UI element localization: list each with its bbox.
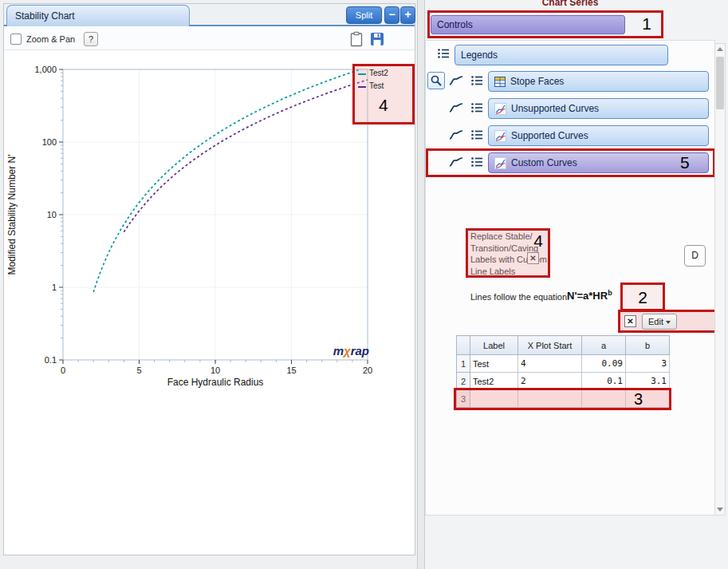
scroll-down-icon[interactable]	[717, 508, 723, 512]
chart-series-panel: Chart Series Controls 1 Legends	[425, 0, 728, 569]
svg-text:Modified Stability Number N': Modified Stability Number N'	[6, 154, 18, 275]
svg-text:20: 20	[363, 366, 372, 375]
column-header-rownum	[457, 336, 470, 355]
annotation-box-4-chart: Test2 Test 4	[352, 64, 415, 124]
save-button[interactable]	[368, 30, 387, 49]
mxrap-window: Stability Chart Split − + Zoom & Pan ?	[0, 0, 728, 569]
copy-to-clipboard-button[interactable]	[347, 30, 366, 49]
cell-a[interactable]: 0.09	[582, 355, 626, 373]
legends-list-button[interactable]	[435, 45, 452, 62]
svg-text:5: 5	[136, 366, 141, 375]
panel-title: Chart Series	[425, 0, 715, 8]
annotation-number-2: 2	[638, 289, 647, 306]
annotation-box-2-controls: ✕ Edit	[618, 310, 718, 333]
svg-text:1,000: 1,000	[34, 65, 57, 74]
search-icon	[431, 75, 443, 87]
minimize-button[interactable]: −	[384, 6, 399, 24]
annotation-number-4-panel: 4	[533, 232, 543, 249]
d-button[interactable]: D	[684, 245, 706, 267]
svg-text:1: 1	[52, 283, 57, 292]
column-header-label: Label	[470, 336, 518, 355]
annotation-number-5: 5	[680, 154, 690, 171]
legend-marker-test2	[358, 73, 366, 75]
tab-stability-chart[interactable]: Stability Chart	[6, 5, 190, 26]
series-label: Legends	[461, 49, 498, 61]
annotation-number-3: 3	[634, 391, 643, 407]
row-number: 1	[457, 355, 470, 373]
custom-lines-checkbox[interactable]: ✕	[624, 315, 636, 327]
supported-list-button[interactable]	[468, 126, 486, 144]
svg-text:15: 15	[286, 366, 296, 375]
help-button[interactable]: ?	[84, 32, 98, 46]
annotation-box-1: 1	[427, 10, 663, 38]
cell-label[interactable]: Test	[470, 355, 518, 373]
cell-b[interactable]: 3	[626, 355, 670, 373]
equation-label: Lines follow the equation:	[470, 292, 569, 302]
series-button-supported-curves[interactable]: Supported Curves	[488, 125, 709, 146]
column-header-b: b	[626, 336, 670, 355]
edit-button-label: Edit	[648, 317, 663, 326]
tab-strip: Stability Chart Split − +	[4, 4, 415, 26]
search-button[interactable]	[427, 72, 445, 89]
list-icon	[470, 128, 483, 141]
clipboard-icon	[349, 31, 364, 47]
annotation-number-4-chart: 4	[379, 97, 388, 113]
legend-label-test: Test	[369, 81, 384, 90]
svg-text:10: 10	[211, 366, 220, 375]
unsupported-list-button[interactable]	[468, 99, 486, 117]
mxrap-logo: mχrap	[326, 344, 369, 358]
equation-formula: N'=a*HRb	[567, 289, 612, 302]
stope-faces-list-button[interactable]	[468, 72, 486, 89]
curves-icon	[494, 103, 506, 115]
scrollbar-thumb[interactable]	[716, 57, 724, 109]
annotation-number-1: 1	[642, 15, 651, 32]
list-icon	[437, 47, 450, 60]
stope-faces-chart-button[interactable]	[447, 72, 465, 89]
annotation-box-2: 2	[620, 283, 665, 311]
series-label: Unsupported Curves	[511, 103, 599, 114]
svg-text:100: 100	[42, 137, 57, 147]
series-label: Stope Faces	[510, 76, 564, 87]
save-floppy-icon	[369, 31, 385, 47]
legend-entry: Test	[355, 81, 412, 92]
svg-text:0.1: 0.1	[45, 355, 57, 365]
list-icon	[470, 101, 483, 114]
svg-text:10: 10	[47, 210, 57, 219]
split-button[interactable]: Split	[346, 6, 382, 24]
stability-chart-panel: Stability Chart Split − + Zoom & Pan ?	[3, 3, 415, 555]
panel-splitter[interactable]	[417, 0, 425, 569]
vertical-scrollbar[interactable]	[714, 43, 726, 516]
chart-area: 0.11101001,00005101520Face Hydraulic Rad…	[4, 50, 415, 555]
unsupported-chart-button[interactable]	[447, 99, 465, 117]
legend-label-test2: Test2	[369, 69, 388, 77]
line-chart-icon	[449, 101, 463, 114]
annotation-box-4-panel: 4	[466, 228, 550, 278]
line-chart-icon	[449, 74, 463, 87]
column-header-x-plot-start: X Plot Start	[518, 336, 582, 355]
cell-x-plot-start[interactable]: 4	[518, 355, 582, 373]
legend-marker-test	[358, 86, 366, 88]
edit-button[interactable]: Edit	[642, 314, 677, 330]
scroll-up-icon[interactable]	[717, 47, 723, 51]
series-button-stope-faces[interactable]: Stope Faces	[488, 71, 709, 92]
supported-chart-button[interactable]	[447, 126, 465, 144]
list-icon	[470, 74, 483, 87]
annotation-box-3: 3	[454, 388, 671, 410]
zoom-pan-checkbox[interactable]	[10, 34, 22, 45]
add-view-button[interactable]: +	[400, 6, 415, 24]
series-button-unsupported-curves[interactable]: Unsupported Curves	[488, 98, 709, 119]
zoom-pan-label: Zoom & Pan	[26, 34, 75, 44]
chart-toolbar: Zoom & Pan ?	[4, 28, 415, 50]
table-row: 1 Test 4 0.09 3	[457, 355, 670, 373]
annotation-box-5: 5	[426, 148, 715, 177]
series-label: Supported Curves	[511, 130, 588, 141]
chevron-down-icon	[666, 321, 671, 324]
stability-chart: 0.11101001,00005101520Face Hydraulic Rad…	[4, 50, 415, 555]
series-button-legends[interactable]: Legends	[455, 45, 668, 65]
table-grid-icon	[494, 77, 506, 87]
line-chart-icon	[449, 128, 463, 141]
svg-text:Face Hydraulic Radius: Face Hydraulic Radius	[167, 377, 264, 388]
curves-icon	[494, 130, 506, 142]
legend-entry: Test2	[355, 69, 412, 79]
svg-text:0: 0	[61, 366, 65, 375]
